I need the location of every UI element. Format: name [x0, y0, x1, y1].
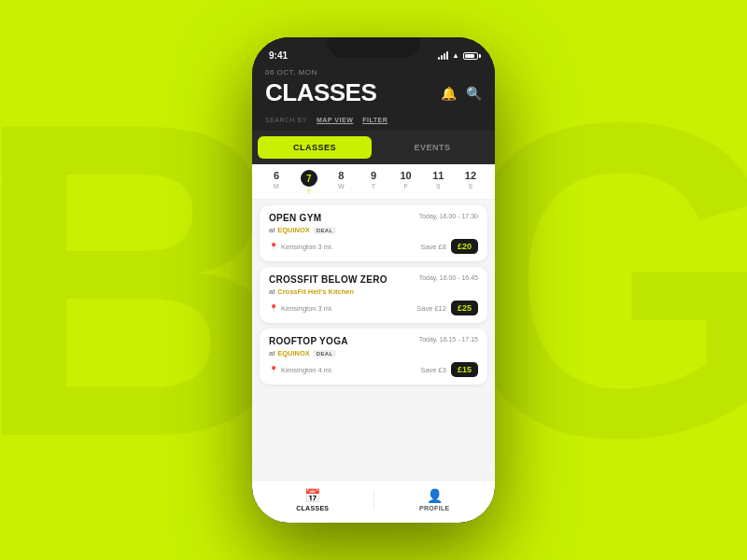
- tab-events[interactable]: EVENTS: [375, 136, 489, 159]
- cal-day-6[interactable]: 6 M: [265, 170, 288, 195]
- wifi-icon: ▲: [452, 51, 459, 60]
- search-by-row: SEARCH BY MAP VIEW FILTER: [252, 115, 495, 131]
- venue-name: EQUINOX: [277, 226, 310, 234]
- bg-letter-b: B: [0, 56, 277, 504]
- battery-icon: [463, 52, 478, 60]
- app-header: 06 OCT, MON CLASSES 🔔 🔍: [252, 64, 495, 115]
- location-pin-icon: 📍: [269, 304, 278, 313]
- save-text: Save £8: [420, 243, 446, 251]
- phone-shell: 9:41 ▲ 06 OCT, MON CLASSES 🔔: [252, 37, 495, 523]
- classes-list: OPEN GYM Today, 16.00 - 17.30 at EQUINOX…: [252, 200, 495, 480]
- cal-day-12[interactable]: 12 S: [459, 170, 482, 195]
- header-icons: 🔔 🔍: [441, 86, 482, 101]
- cal-day-8[interactable]: 8 W: [330, 170, 352, 195]
- calendar-icon: 📅: [304, 488, 320, 503]
- location-pin-icon: 📍: [269, 366, 278, 374]
- class-card-open-gym[interactable]: OPEN GYM Today, 16.00 - 17.30 at EQUINOX…: [260, 205, 487, 261]
- deal-badge: DEAL: [313, 350, 337, 357]
- class-title: ROOFTOP YOGA: [269, 336, 348, 346]
- save-text: Save £12: [416, 304, 446, 313]
- header-date: 06 OCT, MON: [265, 68, 482, 77]
- screen: 9:41 ▲ 06 OCT, MON CLASSES 🔔: [252, 37, 495, 523]
- status-icons: ▲: [438, 51, 478, 60]
- class-time: Today, 16.00 - 16.45: [419, 274, 478, 281]
- location-text: Kensington 4 mi.: [281, 366, 333, 374]
- nav-label-profile: PROFILE: [419, 505, 449, 511]
- price-badge[interactable]: £15: [451, 362, 478, 377]
- filter-option[interactable]: FILTER: [362, 117, 388, 123]
- map-view-option[interactable]: MAP VIEW: [317, 117, 353, 123]
- tab-bar: CLASSES EVENTS: [252, 131, 495, 164]
- price-badge[interactable]: £25: [451, 301, 478, 315]
- search-icon[interactable]: 🔍: [466, 86, 482, 101]
- nav-label-classes: CLASSES: [296, 505, 329, 511]
- calendar-strip: 6 M 7 T 8 W 9 T 10 F: [252, 164, 495, 200]
- tab-classes[interactable]: CLASSES: [258, 136, 372, 159]
- deal-badge: DEAL: [313, 227, 337, 234]
- location-pin-icon: 📍: [269, 243, 278, 251]
- notch: [327, 37, 420, 58]
- cal-day-9[interactable]: 9 T: [362, 170, 385, 195]
- location-text: Kensington 3 mi.: [281, 243, 333, 251]
- search-by-label: SEARCH BY: [265, 117, 307, 123]
- profile-icon: 👤: [427, 488, 443, 503]
- cal-day-10[interactable]: 10 F: [395, 170, 417, 195]
- venue-name: EQUINOX: [277, 349, 310, 357]
- class-title: CROSSFIT BELOW ZERO: [269, 274, 388, 285]
- class-card-yoga[interactable]: ROOFTOP YOGA Today, 16.15 - 17.15 at EQU…: [260, 329, 487, 385]
- venue-prefix: at: [269, 226, 275, 234]
- venue-prefix: at: [269, 349, 275, 357]
- save-text: Save £3: [420, 366, 446, 374]
- header-title-row: CLASSES 🔔 🔍: [265, 78, 482, 107]
- page-title: CLASSES: [265, 78, 376, 107]
- status-time: 9:41: [269, 50, 288, 61]
- class-time: Today, 16.00 - 17.30: [419, 213, 478, 219]
- nav-item-classes[interactable]: 📅 CLASSES: [252, 484, 374, 515]
- main-content: CLASSES EVENTS 6 M 7 T 8 W: [252, 131, 495, 523]
- cal-day-11[interactable]: 11 S: [427, 170, 449, 195]
- price-badge[interactable]: £20: [451, 239, 478, 254]
- nav-item-profile[interactable]: 👤 PROFILE: [374, 484, 496, 515]
- location-text: Kensington 3 mi.: [281, 304, 333, 313]
- bottom-nav: 📅 CLASSES 👤 PROFILE: [252, 480, 495, 523]
- venue-prefix: at: [269, 287, 275, 296]
- cal-day-7[interactable]: 7 T: [298, 170, 320, 195]
- class-time: Today, 16.15 - 17.15: [419, 336, 478, 343]
- bell-icon[interactable]: 🔔: [441, 86, 457, 101]
- signal-icon: [438, 51, 448, 60]
- class-card-crossfit[interactable]: CROSSFIT BELOW ZERO Today, 16.00 - 16.45…: [260, 267, 487, 323]
- venue-name: CrossFit Hell's Kitchen: [277, 287, 354, 296]
- class-title: OPEN GYM: [269, 213, 321, 223]
